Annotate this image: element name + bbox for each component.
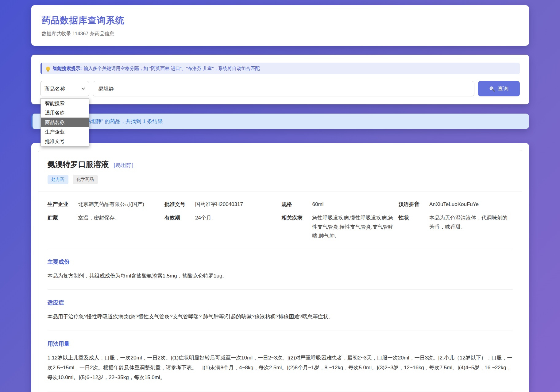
badge-row: 处方药 化学药品 [48,175,513,184]
info-related-diseases: 相关疾病 急性呼吸道疾病,慢性呼吸道疾病,急性支气管炎,慢性支气管炎,支气管哮喘… [282,213,396,241]
chemical-drug-badge: 化学药品 [73,175,98,184]
drug-item: 氨溴特罗口服溶液 [易坦静] 处方药 化学药品 生产企业 北京韩美药品有限公司(… [38,150,522,392]
search-icon [489,86,495,92]
section-indications: 适应症 本品用于治疗急?慢性呼吸道疾病(如急?慢性支气管炎?支气管哮喘? 肺气肿… [48,289,513,330]
divider [38,192,522,192]
search-field-select[interactable]: 商品名称 [41,81,89,96]
dropdown-option-smart-search[interactable]: 智能搜索 [41,99,89,108]
dropdown-option-manufacturer[interactable]: 生产企业 [41,127,89,137]
hint-label: 智能搜索提示: [53,66,82,72]
database-count-text: 数据库共收录 114367 条药品信息 [42,31,519,37]
search-input[interactable] [93,81,474,96]
select-value: 商品名称 [44,85,65,92]
search-hint-bar: 智能搜索提示: 输入多个关键词用空格分隔，如 "阿莫西林 进口"、"布洛芬 儿童… [41,63,520,74]
drug-info-grid: 生产企业 北京韩美药品有限公司(国产) 批准文号 国药准字H20040317 规… [48,200,513,241]
info-manufacturer: 生产企业 北京韩美药品有限公司(国产) [48,200,162,209]
search-panel: 智能搜索提示: 输入多个关键词用空格分隔，如 "阿莫西林 进口"、"布洛芬 儿童… [31,55,529,104]
chevron-down-icon [81,87,85,90]
results-info-bar: "易坦静" 的药品，共找到 1 条结果 [31,114,529,129]
drug-name: 氨溴特罗口服溶液 [48,159,109,169]
prescription-badge: 处方药 [48,175,68,184]
result-card: 氨溴特罗口服溶液 [易坦静] 处方药 化学药品 生产企业 北京韩美药品有限公司(… [31,143,529,392]
dropdown-option-trade-name[interactable]: 商品名称 [41,118,89,127]
info-specification: 规格 60ml [282,200,396,209]
results-count-text: "易坦静" 的药品，共找到 1 条结果 [84,118,163,125]
search-controls: 商品名称 查询 智能搜索 通用名称 商品名称 生产企业 批准文号 [41,81,520,96]
info-appearance: 性状 本品为无色澄清液体，代调味剂的芳香，味香甜。 [399,213,513,241]
section-main-ingredients: 主要成份 本品为复方制剂，其组成成份为每ml含盐酸氨溴索1.5mg，盐酸克仑特罗… [48,249,513,289]
light-bulb-icon [46,67,50,71]
info-shelf-life: 有效期 24个月。 [164,213,279,241]
info-approval-number: 批准文号 国药准字H20040317 [164,200,279,209]
page-container: 药品数据库查询系统 数据库共收录 114367 条药品信息 智能搜索提示: 输入… [31,5,529,392]
query-button-label: 查询 [498,85,509,92]
dropdown-option-approval-number[interactable]: 批准文号 [41,137,89,146]
header-card: 药品数据库查询系统 数据库共收录 114367 条药品信息 [31,5,529,46]
drug-title-row: 氨溴特罗口服溶液 [易坦静] [48,159,513,169]
info-pinyin: 汉语拼音 AnXiuTeLuoKouFuYe [399,200,513,209]
info-storage: 贮藏 室温，密封保存。 [48,213,162,241]
hint-text: 输入多个关键词用空格分隔，如 "阿莫西林 进口"、"布洛芬 儿童"，系统将自动组… [84,66,260,72]
drug-brand-name[interactable]: [易坦静] [114,161,133,169]
dropdown-option-generic-name[interactable]: 通用名称 [41,108,89,118]
query-button[interactable]: 查询 [478,81,520,96]
section-dosage: 用法用量 1.12岁以上儿童及成人：口服，一次20ml，一日2次。|(1)症状明… [48,331,513,391]
search-field-dropdown: 智能搜索 通用名称 商品名称 生产企业 批准文号 [41,98,89,146]
page-title: 药品数据库查询系统 [42,14,519,27]
